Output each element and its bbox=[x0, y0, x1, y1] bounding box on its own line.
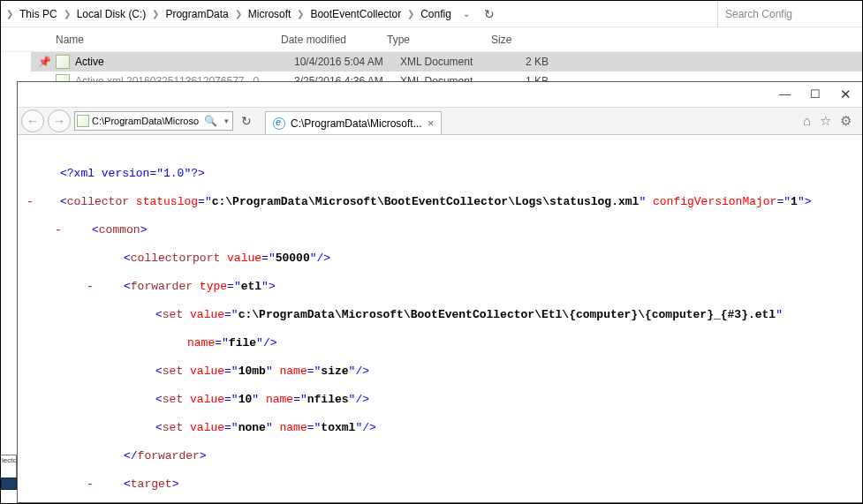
back-button[interactable]: ← bbox=[21, 109, 44, 132]
dropdown-icon[interactable]: ▾ bbox=[223, 117, 231, 125]
file-date: 10/4/2016 5:04 AM bbox=[294, 56, 400, 68]
search-icon[interactable]: 🔍 bbox=[201, 115, 220, 127]
chevron-right-icon[interactable]: ❯ bbox=[4, 9, 15, 19]
tab-close-icon[interactable]: × bbox=[428, 117, 435, 130]
xml-prolog: <?xml version="1.0"?> bbox=[60, 167, 205, 180]
tab-title: C:\ProgramData\Microsoft... bbox=[291, 117, 422, 130]
chevron-right-icon: ❯ bbox=[295, 9, 306, 19]
refresh-icon[interactable]: ↻ bbox=[481, 7, 498, 21]
title-bar[interactable]: — ☐ ✕ bbox=[18, 82, 862, 107]
forward-button[interactable]: → bbox=[48, 109, 71, 132]
column-headers: Name Date modified Type Size bbox=[1, 27, 862, 52]
xml-content: <?xml version="1.0"?> -<collector status… bbox=[18, 135, 862, 504]
column-type[interactable]: Type bbox=[387, 34, 491, 46]
minimize-icon[interactable]: — bbox=[779, 87, 791, 101]
ie-favicon-icon bbox=[273, 117, 285, 130]
ie-window: — ☐ ✕ ← → C:\ProgramData\Microsoft\B 🔍 ▾… bbox=[17, 81, 863, 503]
breadcrumb-item[interactable]: BootEventCollector bbox=[307, 6, 404, 22]
favorites-icon[interactable]: ☆ bbox=[820, 113, 831, 129]
column-size[interactable]: Size bbox=[491, 34, 544, 46]
history-dropdown-icon[interactable]: ⌄ bbox=[459, 9, 473, 19]
chevron-right-icon: ❯ bbox=[233, 9, 244, 19]
maximize-icon[interactable]: ☐ bbox=[810, 87, 821, 101]
breadcrumb-item[interactable]: Microsoft bbox=[246, 6, 294, 22]
file-name: Active bbox=[75, 56, 294, 68]
close-icon[interactable]: ✕ bbox=[840, 87, 852, 102]
breadcrumb-item[interactable]: Config bbox=[418, 6, 454, 22]
tools-icon[interactable]: ⚙ bbox=[840, 113, 852, 129]
xml-file-icon bbox=[77, 115, 89, 127]
browser-tab[interactable]: C:\ProgramData\Microsoft... × bbox=[265, 111, 442, 134]
search-input[interactable]: Search Config bbox=[717, 1, 859, 26]
breadcrumb-item[interactable]: ProgramData bbox=[163, 6, 231, 22]
chevron-right-icon: ❯ bbox=[62, 9, 72, 19]
breadcrumb-item[interactable]: Local Disk (C:) bbox=[74, 6, 149, 22]
reload-button[interactable]: ↻ bbox=[237, 114, 256, 128]
chevron-right-icon: ❯ bbox=[150, 9, 161, 19]
ie-toolbar: ← → C:\ProgramData\Microsoft\B 🔍 ▾ ↻ C:\… bbox=[18, 107, 862, 135]
explorer-window: ❯ This PC ❯ Local Disk (C:) ❯ ProgramDat… bbox=[1, 1, 862, 85]
search-placeholder: Search Config bbox=[725, 8, 792, 20]
file-row[interactable]: 📌 Active 10/4/2016 5:04 AM XML Document … bbox=[31, 52, 862, 71]
file-size: 2 KB bbox=[504, 56, 557, 68]
home-icon[interactable]: ⌂ bbox=[803, 113, 811, 129]
breadcrumb-item[interactable]: This PC bbox=[17, 6, 60, 22]
background-stub-bar bbox=[1, 478, 17, 490]
chevron-right-icon: ❯ bbox=[405, 9, 416, 19]
address-text: C:\ProgramData\Microsoft\B bbox=[92, 116, 199, 126]
pin-icon: 📌 bbox=[38, 56, 56, 68]
column-name[interactable]: Name bbox=[56, 34, 281, 46]
file-type: XML Document bbox=[400, 56, 504, 68]
column-date[interactable]: Date modified bbox=[281, 34, 387, 46]
xml-file-icon bbox=[56, 55, 70, 69]
address-bar[interactable]: C:\ProgramData\Microsoft\B 🔍 ▾ bbox=[74, 111, 233, 131]
breadcrumb[interactable]: ❯ This PC ❯ Local Disk (C:) ❯ ProgramDat… bbox=[1, 1, 862, 27]
